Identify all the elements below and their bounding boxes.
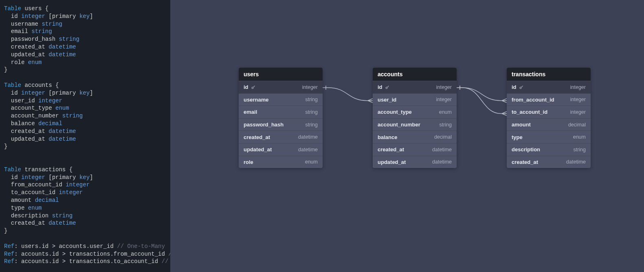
code-token: ] [90,13,93,20]
column-type: string [439,122,452,128]
code-token: decimal [38,120,62,127]
column-name: username [244,97,268,103]
table-column-row[interactable]: account_numberstring [373,118,457,131]
code-token [76,174,79,181]
code-token: string [42,21,62,27]
code-token: updated_at [11,51,45,58]
code-line [4,150,166,158]
column-name: amount [512,122,531,128]
table-column-row[interactable]: created_atdatetime [507,156,591,168]
table-column-row[interactable]: idinteger [239,81,323,93]
code-token: accounts.id > transactions.to_account_id [21,258,158,265]
code-token: balance [11,120,35,127]
table-column-row[interactable]: roleenum [239,156,323,168]
table-column-row[interactable]: idinteger [373,81,457,93]
table-transactions[interactable]: transactionsidintegerfrom_account_idinte… [507,68,591,168]
table-column-row[interactable]: emailstring [239,106,323,118]
code-token: Ref [4,258,14,265]
code-token [4,13,11,20]
code-token: to_account_id [11,189,55,196]
code-token: ] [90,90,93,96]
code-token: Table [4,5,21,12]
code-token [62,181,66,188]
code-line: from_account_id integer [4,181,166,189]
code-token: accounts.id > transactions.from_account_… [21,251,165,257]
table-column-row[interactable]: usernamestring [239,93,323,106]
table-column-row[interactable]: balancedecimal [373,130,457,143]
table-column-row[interactable]: from_account_idinteger [507,93,591,106]
table-column-row[interactable]: to_account_idinteger [507,106,591,118]
column-type: enum [305,159,318,165]
code-token: key [79,90,90,96]
code-token [18,13,21,20]
code-line: updated_at datetime [4,51,166,59]
code-editor[interactable]: Table users { id integer [primary key] u… [0,0,170,272]
code-token [42,5,45,12]
code-token: datetime [48,220,76,226]
column-type: string [305,122,318,128]
table-header[interactable]: transactions [507,68,591,81]
code-line: created_at datetime [4,43,166,51]
column-name-text: email [244,109,257,115]
code-token: string [59,36,79,42]
code-line: updated_at datetime [4,135,166,143]
table-column-row[interactable]: amountdecimal [507,118,591,131]
primary-key-icon [251,85,256,90]
primary-key-icon [385,85,390,90]
code-line: password_hash string [4,35,166,43]
column-name-text: description [512,146,540,153]
column-name: balance [378,134,397,140]
code-token [59,113,62,119]
column-name-text: account_number [378,122,420,128]
code-line: Table transactions { [4,166,166,174]
code-token [18,90,21,96]
table-header[interactable]: accounts [373,68,457,81]
code-token: accounts [24,82,52,88]
diagram-canvas[interactable]: usersidintegerusernamestringemailstringp… [170,0,644,272]
column-name-text: password_hash [244,122,284,128]
code-token [158,258,161,265]
code-line: Ref: accounts.id > transactions.from_acc… [4,250,166,258]
column-name-text: updated_at [244,146,272,153]
table-column-row[interactable]: user_idinteger [373,93,457,106]
column-name: from_account_id [512,97,554,103]
table-column-row[interactable]: descriptionstring [507,143,591,156]
table-column-row[interactable]: typeenum [507,130,591,143]
code-token [45,220,48,226]
code-token [45,90,48,96]
code-token [4,128,11,135]
table-column-row[interactable]: created_atdatetime [373,143,457,156]
code-token [4,189,11,196]
code-line: id integer [primary key] [4,13,166,20]
code-token: integer [21,174,45,181]
table-accounts[interactable]: accountsidintegeruser_idintegeraccount_t… [373,68,457,168]
column-name-text: from_account_id [512,97,554,103]
code-token: ] [90,174,93,181]
table-column-row[interactable]: idinteger [507,81,591,93]
code-token: datetime [48,44,76,50]
code-token [4,28,11,35]
table-column-row[interactable]: password_hashstring [239,118,323,131]
table-column-row[interactable]: account_typeenum [373,106,457,118]
code-token: // One- [162,258,171,265]
table-column-row[interactable]: updated_atdatetime [239,143,323,156]
table-users[interactable]: usersidintegerusernamestringemailstringp… [239,68,323,168]
code-token [4,136,11,142]
table-column-row[interactable]: created_atdatetime [239,130,323,143]
code-line [4,74,166,82]
code-token [4,181,11,188]
code-token: integer [21,90,45,96]
code-token: key [79,13,90,20]
code-token: datetime [48,136,76,142]
code-token [35,97,38,104]
code-token: from_account_id [11,181,62,188]
code-line: } [4,227,166,235]
column-name-text: username [244,97,268,103]
table-column-row[interactable]: updated_atdatetime [373,156,457,168]
code-token: [ [48,174,52,181]
table-header[interactable]: users [239,68,323,81]
code-token [4,220,11,226]
code-token [28,28,31,35]
column-name: updated_at [378,159,406,165]
column-type: enum [439,109,452,115]
